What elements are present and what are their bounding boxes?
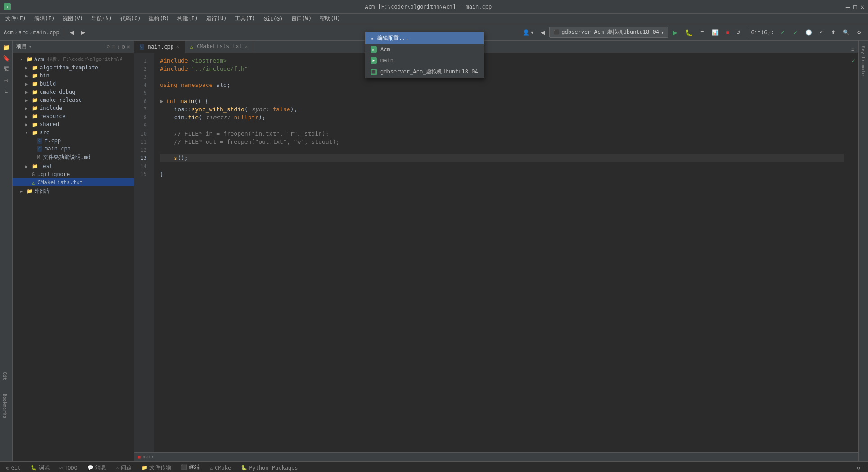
hint-tie: tiestr: <box>206 113 231 122</box>
sidebar-changes-icon[interactable]: ± <box>1 86 11 95</box>
main-layout: 📁 🔖 🏗 ◎ ± 项目 ▾ ⊕ ≡ ↕ ⚙ ✕ ▾ 📁 Acm <box>0 41 868 461</box>
tab-cmake[interactable]: △ CMake <box>205 463 235 472</box>
git-undo[interactable]: ↶ <box>817 28 827 37</box>
tree-item-src[interactable]: ▾ 📁 src <box>13 128 134 136</box>
dropdown-acm[interactable]: ▶ Acm <box>365 44 484 55</box>
debug-button[interactable]: 🐛 <box>682 27 695 37</box>
close-button[interactable]: ✕ <box>861 3 864 10</box>
stop-button[interactable]: ■ <box>723 28 732 37</box>
kw-using: using <box>160 81 177 90</box>
tree-item-include[interactable]: ▶ 📁 include <box>13 104 134 112</box>
tree-item-shared[interactable]: ▶ 📁 shared <box>13 120 134 128</box>
tab-close-cmake[interactable]: ✕ <box>245 44 248 49</box>
tree-item-fcpp[interactable]: ▶ C f.cpp <box>13 136 134 145</box>
menu-file[interactable]: 文件(F) <box>2 14 30 23</box>
panel-collapse-icon[interactable]: ≡ <box>112 44 115 50</box>
tab-menu-icon[interactable]: ≡ <box>851 46 854 53</box>
tab-git[interactable]: ◎ Git <box>2 463 25 472</box>
tree-item-gitignore[interactable]: ▶ G .gitignore <box>13 170 134 178</box>
tree-item-readme[interactable]: ▶ M 文件夹功能说明.md <box>13 153 134 162</box>
panel-chevron[interactable]: ▾ <box>29 44 32 49</box>
menu-code[interactable]: 代码(C) <box>117 14 145 23</box>
panel-close-icon[interactable]: ✕ <box>127 44 130 50</box>
rerun-button[interactable]: ↺ <box>733 28 743 37</box>
tab-debug[interactable]: 🐛 调试 <box>26 463 54 472</box>
menu-help[interactable]: 帮助(H) <box>316 14 344 23</box>
tree-item-bin[interactable]: ▶ 📁 bin <box>13 72 134 80</box>
sidebar-vcs-icon[interactable]: ◎ <box>1 75 11 85</box>
menu-window[interactable]: 窗口(W) <box>288 14 316 23</box>
tab-terminal[interactable]: ⬛ 终端 <box>176 462 204 472</box>
title-bar-left: ✦ <box>4 3 11 10</box>
git-checkmark2[interactable]: ✓ <box>790 27 801 37</box>
panel-locate-icon[interactable]: ⊕ <box>107 44 110 50</box>
tree-item-cmake-release[interactable]: ▶ 📁 cmake-release <box>13 96 134 104</box>
run-config-button[interactable]: ⬛ gdbserver_Acm_虚拟机Ubuntu18.04 ▾ <box>549 27 668 38</box>
coverage-button[interactable]: ☂ <box>697 28 707 37</box>
tree-item-test[interactable]: ▶ 📁 test <box>13 162 134 170</box>
chevron-right: ▶ <box>20 189 25 194</box>
tree-item-cmakelists[interactable]: ▶ △ CMakeLists.txt <box>13 178 134 186</box>
menu-view[interactable]: 视图(V) <box>59 14 87 23</box>
terminal-minimize-icon[interactable]: — <box>863 465 866 471</box>
title-bar-controls[interactable]: — □ ✕ <box>846 3 864 10</box>
breadcrumb-src[interactable]: src <box>18 29 28 36</box>
menu-tools[interactable]: 工具(T) <box>231 14 259 23</box>
tree-item-cmake-debug[interactable]: ▶ 📁 cmake-debug <box>13 88 134 96</box>
dropdown-main[interactable]: ▶ main <box>365 55 484 66</box>
dropdown-edit-config[interactable]: ✏ 编辑配置... <box>365 32 484 44</box>
tree-item-maincpp[interactable]: ▶ C main.cpp <box>13 145 134 153</box>
breadcrumb-project[interactable]: Acm <box>4 29 14 36</box>
chevron-right: ▶ <box>25 65 31 70</box>
panel-sort-icon[interactable]: ↕ <box>117 44 120 50</box>
sidebar-structure-icon[interactable]: 🏗 <box>1 64 11 74</box>
maximize-button[interactable]: □ <box>853 3 857 10</box>
code-line-4: using namespace std; <box>160 81 844 89</box>
tab-filetransfer[interactable]: 📁 文件传输 <box>137 463 176 472</box>
tab-messages[interactable]: 💬 消息 <box>83 463 111 472</box>
tree-item-external[interactable]: ▶ 📁 外部库 <box>13 186 134 196</box>
tab-cmakelists[interactable]: △ CMakeLists.txt ✕ <box>185 40 253 53</box>
nav-back-button[interactable]: ◀ <box>538 28 547 37</box>
git-push[interactable]: ⬆ <box>828 28 838 37</box>
tree-item-build[interactable]: ▶ 📁 build <box>13 80 134 88</box>
forward-button[interactable]: ▶ <box>78 28 88 37</box>
menu-navigate[interactable]: 导航(N) <box>88 14 116 23</box>
menu-run[interactable]: 运行(U) <box>203 14 231 23</box>
tab-todo[interactable]: ☑ TODO <box>55 463 82 472</box>
breadcrumb-file[interactable]: main.cpp <box>33 29 59 36</box>
panel-settings-icon[interactable]: ⚙ <box>122 44 125 50</box>
menu-edit[interactable]: 编辑(E) <box>31 14 59 23</box>
search-button[interactable]: 🔍 <box>840 28 852 37</box>
back-button[interactable]: ◀ <box>67 28 77 37</box>
git-vertical-label[interactable]: Git <box>2 372 7 380</box>
tab-problems[interactable]: ⚠ 问题 <box>112 463 136 472</box>
title-bar-title: Acm [F:\coder\algorithm\Acm] - main.cpp <box>365 4 492 10</box>
bookmarks-vertical-label[interactable]: Bookmarks <box>2 394 7 418</box>
tree-item-algorithm-template[interactable]: ▶ 📁 algorithm_template <box>13 64 134 72</box>
tab-close-main[interactable]: ✕ <box>176 44 179 49</box>
menu-build[interactable]: 构建(B) <box>174 14 202 23</box>
acm-config-label: Acm <box>380 46 390 53</box>
git-history[interactable]: 🕐 <box>803 28 815 37</box>
git-checkmark1[interactable]: ✓ <box>778 27 788 37</box>
tree-item-root[interactable]: ▾ 📁 Acm 根板, F:\coder\algorithm\A <box>13 55 134 64</box>
minimize-button[interactable]: — <box>846 3 850 10</box>
sidebar-project-icon[interactable]: 📁 <box>1 42 11 52</box>
edit-config-icon: ✏ <box>371 35 374 41</box>
code-content[interactable]: #include <iostream> #include "../include… <box>154 53 849 452</box>
dropdown-gdbserver[interactable]: ⬛ gdbserver_Acm_虚拟机Ubuntu18.04 <box>365 66 484 78</box>
line-num-4: 4 <box>134 81 150 89</box>
sidebar-bookmark-icon[interactable]: 🔖 <box>1 53 11 63</box>
settings-button[interactable]: ⚙ <box>854 28 864 37</box>
tree-item-resource[interactable]: ▶ 📁 resource <box>13 112 134 120</box>
terminal-settings-icon[interactable]: ⚙ <box>857 465 860 471</box>
run-button[interactable]: ▶ <box>670 27 680 37</box>
tab-python[interactable]: 🐍 Python Packages <box>236 463 302 472</box>
menu-git[interactable]: Git(G) <box>260 15 286 23</box>
key-promoter-label[interactable]: Key Promoter <box>861 44 866 80</box>
user-button[interactable]: 👤 ▾ <box>520 28 536 37</box>
menu-refactor[interactable]: 重构(R) <box>145 14 173 23</box>
profile-button[interactable]: 📊 <box>709 28 721 37</box>
tab-maincpp[interactable]: C main.cpp ✕ <box>134 40 185 53</box>
